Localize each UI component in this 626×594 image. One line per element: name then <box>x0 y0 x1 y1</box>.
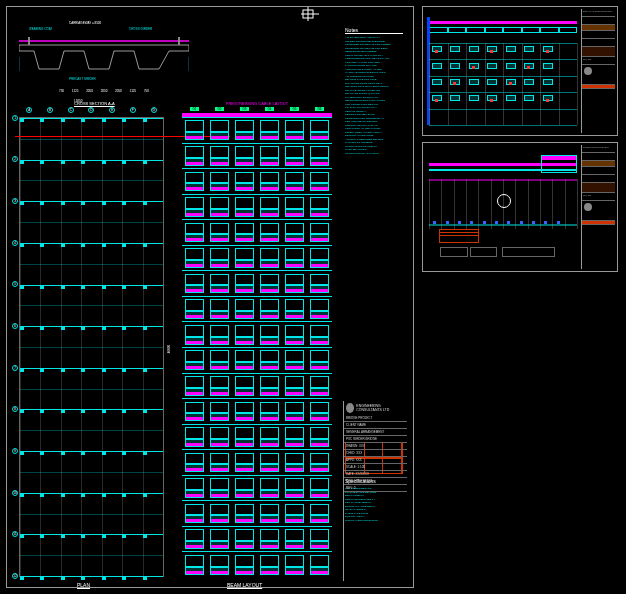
grid-line <box>429 125 577 126</box>
grid-node-icon <box>102 285 106 289</box>
carriageway-dim: CARRIAGEWAY = 8500 <box>69 21 101 25</box>
grid-node-icon <box>40 576 44 580</box>
beam-cell-icon <box>285 248 304 268</box>
grid-node-icon <box>81 201 85 205</box>
grid-node-icon <box>40 118 44 122</box>
grid-line <box>466 43 467 125</box>
thumb-tb-row <box>582 153 615 161</box>
grid-col-label: E <box>109 107 115 113</box>
beam-cell-icon <box>235 248 254 268</box>
marker-icon <box>490 99 493 102</box>
beam-cell-icon <box>310 402 329 422</box>
beam-row <box>182 168 332 194</box>
grid-node-icon <box>40 243 44 247</box>
beam-col-label: G5 <box>290 107 298 111</box>
marker-icon <box>435 50 438 53</box>
note-line: LIFTING POINTS AS SHOWN <box>345 152 403 156</box>
beam-cell-icon <box>210 427 229 447</box>
cursor-crosshair-icon <box>301 7 321 25</box>
grid-line <box>577 43 578 125</box>
grid-line <box>429 59 577 60</box>
grid-node-icon <box>122 285 126 289</box>
title-block: ENGINEERING CONSULTANTS LTD BRIDGE PROJE… <box>343 401 407 581</box>
grid-line <box>454 179 455 229</box>
grid-line <box>528 179 529 229</box>
grid-node-icon <box>20 201 24 205</box>
dimension-value: 750 <box>144 89 149 103</box>
grid-node-icon <box>122 409 126 413</box>
grid-node-icon <box>143 326 147 330</box>
grid-body: 12345678910111240000 <box>19 117 164 577</box>
grid-node-icon <box>122 576 126 580</box>
grid-node-icon <box>102 201 106 205</box>
vertical-dim: 40000 <box>167 345 171 353</box>
thumb2-drawing <box>429 153 577 261</box>
grid-line <box>466 179 467 229</box>
grid-line <box>552 179 553 229</box>
beam-cell-icon <box>235 146 254 166</box>
cell-icon <box>432 79 442 85</box>
thumb-tb-row: DECK SLAB REINFORCEMENT <box>582 9 615 17</box>
beam-row <box>182 321 332 347</box>
beam-cell-icon <box>185 325 204 345</box>
thumb1-drawing <box>429 17 577 125</box>
beam-cell-icon <box>210 376 229 396</box>
sheet-thumbnail-2[interactable]: GIRDER REINFORCEMENT STR-003 <box>422 142 618 272</box>
grid-node-icon <box>40 534 44 538</box>
grid-node-icon <box>61 243 65 247</box>
grid-line <box>478 179 479 229</box>
elevation-view <box>429 179 577 229</box>
thumb-grid <box>429 43 577 125</box>
beam-cell-icon <box>210 172 229 192</box>
thumb-tb-row <box>582 65 615 85</box>
beam-cell-icon <box>285 172 304 192</box>
grid-node-icon <box>122 201 126 205</box>
grid-node-icon <box>20 451 24 455</box>
beam-cell-icon <box>235 529 254 549</box>
thumb-tb-row: STR-002 <box>582 57 615 65</box>
detail-callout-icon <box>497 194 511 208</box>
beam-col-label: G4 <box>265 107 273 111</box>
grid-node-icon <box>122 493 126 497</box>
grid-node-icon <box>61 326 65 330</box>
thumb-tb-row: STR-003 <box>582 193 615 201</box>
grid-line <box>540 43 541 125</box>
beam-cell-icon <box>235 274 254 294</box>
beam-cell-icon <box>210 555 229 575</box>
beam-cell-icon <box>210 453 229 473</box>
grid-node-icon <box>143 285 147 289</box>
beam-cell-icon <box>285 274 304 294</box>
beam-cell-icon <box>235 197 254 217</box>
grid-node-icon <box>102 326 106 330</box>
grid-node-icon <box>102 118 106 122</box>
tb-date: DATE: XX/XX/XX <box>344 471 407 478</box>
grid-node-icon <box>81 368 85 372</box>
grid-row-label: 4 <box>12 240 18 246</box>
sheet-thumbnail-1[interactable]: DECK SLAB REINFORCEMENT STR-002 <box>422 6 618 136</box>
grid-line <box>429 76 577 77</box>
marker-icon <box>527 66 530 69</box>
thumb-tb-row: GIRDER REINFORCEMENT <box>582 145 615 153</box>
bearing-icon <box>433 221 436 224</box>
notes-title: Notes <box>345 27 403 34</box>
beam-layout-view: PRESTRESSING CABLE LAYOUT G1G2G3G4G5G6 B… <box>182 117 332 577</box>
svg-rect-0 <box>303 10 313 18</box>
grid-node-icon <box>20 493 24 497</box>
grid-row-label: 2 <box>12 156 18 162</box>
beam-cell-icon <box>210 350 229 370</box>
plan-view: ABCDEFG 11850 12345678910111240000 PLAN <box>19 117 164 577</box>
beam-cell-icon <box>235 504 254 524</box>
beam-cell-icon <box>185 299 204 319</box>
grid-line <box>20 222 163 223</box>
plan-width-dim: 11850 <box>74 99 82 103</box>
cell-icon <box>450 95 460 101</box>
grid-node-icon <box>143 493 147 497</box>
tb-title: GENERAL ARRANGEMENT <box>344 429 407 436</box>
plan-band-icon <box>429 27 577 33</box>
beam-row <box>182 526 332 552</box>
grid-node-icon <box>20 118 24 122</box>
grid-node-icon <box>102 243 106 247</box>
grid-col-label: A <box>26 107 32 113</box>
beam-cell-icon <box>235 427 254 447</box>
beam-cell-icon <box>310 478 329 498</box>
